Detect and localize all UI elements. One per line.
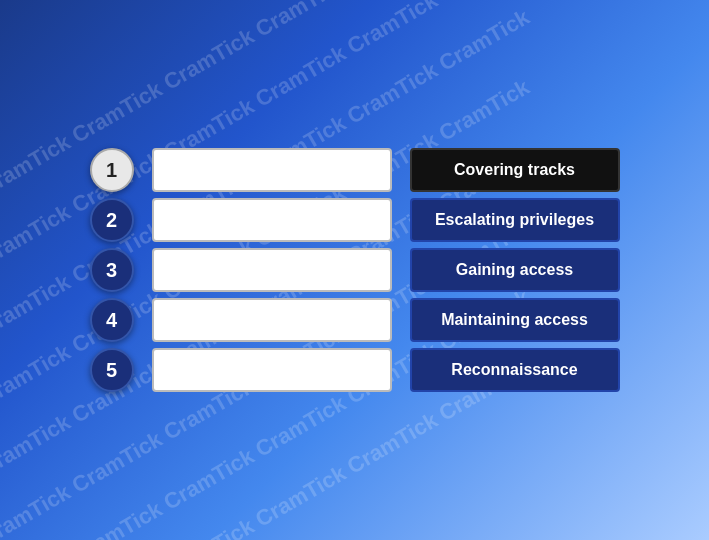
label-box-5: Reconnaissance — [410, 348, 620, 392]
label-box-4: Maintaining access — [410, 298, 620, 342]
number-badge-1: 1 — [90, 148, 134, 192]
answer-drop-zone-5[interactable] — [152, 348, 392, 392]
quiz-row-4: 4 Maintaining access — [20, 298, 689, 342]
answer-drop-zone-2[interactable] — [152, 198, 392, 242]
answer-drop-zone-3[interactable] — [152, 248, 392, 292]
label-text-2: Escalating privileges — [435, 211, 594, 229]
label-box-1: Covering tracks — [410, 148, 620, 192]
label-box-2: Escalating privileges — [410, 198, 620, 242]
answer-drop-zone-4[interactable] — [152, 298, 392, 342]
number-badge-3: 3 — [90, 248, 134, 292]
label-text-5: Reconnaissance — [451, 361, 577, 379]
quiz-row-1: 1 Covering tracks — [20, 148, 689, 192]
label-text-1: Covering tracks — [454, 161, 575, 179]
label-text-4: Maintaining access — [441, 311, 588, 329]
quiz-row-3: 3 Gaining access — [20, 248, 689, 292]
quiz-row-5: 5 Reconnaissance — [20, 348, 689, 392]
number-badge-4: 4 — [90, 298, 134, 342]
quiz-content: 1 Covering tracks 2 Escalating privilege… — [0, 0, 709, 540]
label-text-3: Gaining access — [456, 261, 573, 279]
answer-drop-zone-1[interactable] — [152, 148, 392, 192]
number-badge-5: 5 — [90, 348, 134, 392]
number-badge-2: 2 — [90, 198, 134, 242]
label-box-3: Gaining access — [410, 248, 620, 292]
quiz-row-2: 2 Escalating privileges — [20, 198, 689, 242]
